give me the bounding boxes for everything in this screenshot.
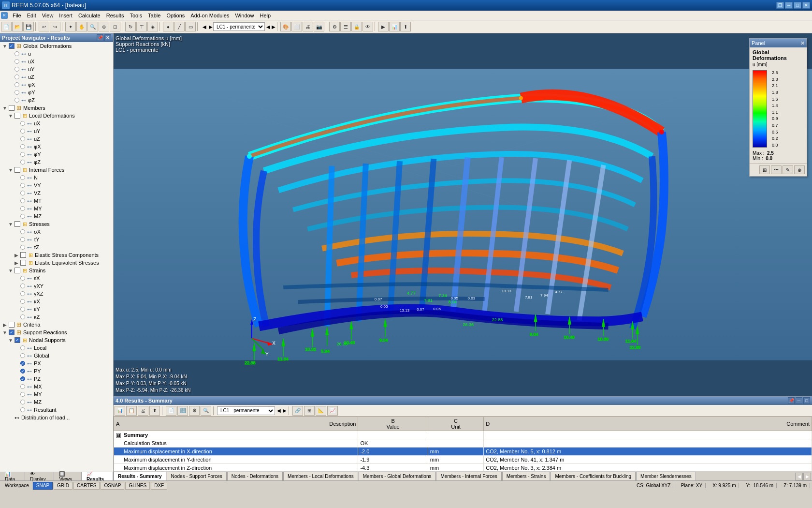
radio-m-uy[interactable] — [20, 129, 25, 134]
cb-stresses[interactable] — [14, 221, 20, 227]
toggle-elastic-stress[interactable]: ▶ — [14, 252, 19, 258]
color-panel-close[interactable]: ✕ — [800, 40, 805, 46]
table-row-summary[interactable]: ⊟ Summary — [114, 431, 812, 439]
tree-ux[interactable]: ⊷ uX — [0, 58, 113, 65]
cp-icon-search[interactable]: ⊕ — [794, 165, 805, 174]
tb-export[interactable]: ⬆ — [400, 22, 411, 31]
radio-uy[interactable] — [14, 67, 19, 72]
tree-Mx[interactable]: ⊷ MX — [0, 383, 113, 390]
tree-u[interactable]: ⊷ u — [0, 50, 113, 58]
toggle-global-def[interactable]: ▼ — [2, 43, 8, 49]
tree-strains[interactable]: ▼ ⊞ Strains — [0, 267, 113, 274]
radio-MT[interactable] — [20, 198, 25, 203]
load-case-combo[interactable]: LC1 - permanente — [213, 22, 265, 31]
rt-btn-8[interactable]: 🔍 — [201, 406, 211, 416]
radio-Vy[interactable] — [20, 183, 25, 188]
tree-Vy[interactable]: ⊷ VY — [0, 181, 113, 189]
tb-undo[interactable]: ↩ — [39, 22, 49, 31]
tree-elastic-stress[interactable]: ▶ ⊞ Elastic Stress Components — [0, 251, 113, 259]
tree-stresses[interactable]: ▼ ⊞ Stresses — [0, 220, 113, 228]
radio-m-phiy[interactable] — [20, 152, 25, 157]
tree-elastic-equiv[interactable]: ▶ ⊞ Elastic Equivalent Stresses — [0, 259, 113, 267]
cartes-btn[interactable]: CARTES — [73, 482, 100, 490]
tree-ex[interactable]: ⊷ εX — [0, 274, 113, 282]
cb-strains[interactable] — [14, 268, 20, 273]
cb-elastic-stress[interactable] — [20, 252, 26, 258]
tree-local-def[interactable]: ▼ ⊞ Local Deformations — [0, 112, 113, 120]
minimize-btn[interactable]: ─ — [785, 2, 793, 9]
toggle-elastic-equiv[interactable]: ▶ — [14, 260, 19, 266]
menu-file[interactable]: File — [10, 12, 24, 19]
radio-gxz[interactable] — [20, 291, 25, 296]
tree-Mz[interactable]: ⊷ MZ — [0, 212, 113, 220]
glines-btn[interactable]: GLINES — [125, 482, 150, 490]
radio-Mz3[interactable] — [20, 400, 25, 404]
rt-btn-2[interactable]: 📋 — [126, 406, 137, 416]
radio-phiy[interactable] — [14, 90, 19, 95]
radio-resultant[interactable] — [20, 407, 25, 412]
rt-btn-4[interactable]: ⬆ — [149, 406, 160, 416]
toggle-members[interactable]: ▼ — [2, 105, 8, 111]
tb-calc[interactable]: ▶ — [378, 22, 389, 31]
tb-save[interactable]: 💾 — [23, 22, 34, 31]
tree-m-uy[interactable]: ⊷ uY — [0, 127, 113, 135]
results-restore[interactable]: □ — [803, 397, 810, 404]
tree-uy[interactable]: ⊷ uY — [0, 65, 113, 73]
radio-Mz[interactable] — [20, 214, 25, 219]
cb-nodal-supports[interactable] — [14, 337, 20, 343]
radio-phix[interactable] — [14, 82, 19, 87]
toggle-support-reactions[interactable]: ▼ — [2, 329, 8, 335]
rt-btn-7[interactable]: ⚙ — [189, 406, 200, 416]
lc-next[interactable]: ▶ — [272, 24, 276, 30]
toggle-internal-forces[interactable]: ▼ — [8, 167, 14, 173]
tree-tauy[interactable]: ⊷ τY — [0, 236, 113, 243]
cb-criteria[interactable] — [9, 322, 14, 328]
radio-u[interactable] — [14, 51, 19, 56]
cb-global-def[interactable] — [9, 43, 14, 49]
cb-elastic-equiv[interactable] — [20, 260, 26, 266]
tree-members[interactable]: ▼ ⊞ Members — [0, 104, 113, 112]
tree-My3[interactable]: ⊷ MY — [0, 390, 113, 398]
tb-layers[interactable]: ☰ — [340, 22, 351, 31]
tb-screenshot[interactable]: 📷 — [314, 22, 324, 31]
tree-Px[interactable]: ⊷ PX — [0, 359, 113, 367]
radio-Mx[interactable] — [20, 384, 25, 389]
radio-ky[interactable] — [20, 307, 25, 312]
radio-My3[interactable] — [20, 392, 25, 397]
tab-nodes-support[interactable]: Nodes - Support Forces — [167, 472, 227, 480]
tb-redo[interactable]: ↪ — [50, 22, 60, 31]
radio-N[interactable] — [20, 175, 25, 180]
radio-phiz[interactable] — [14, 98, 19, 103]
snap-btn[interactable]: SNAP — [33, 482, 53, 490]
dxf-btn[interactable]: DXF — [151, 482, 167, 490]
radio-tauy[interactable] — [20, 237, 25, 242]
cp-icon-edit[interactable]: ✎ — [783, 165, 793, 174]
tb-pan[interactable]: ✋ — [76, 22, 87, 31]
menu-edit[interactable]: Edit — [24, 12, 39, 19]
res-lc-prev[interactable]: ◀ — [276, 408, 282, 413]
tree-ky[interactable]: ⊷ κY — [0, 305, 113, 313]
tab-members-buckling[interactable]: Members - Coefficients for Buckling — [551, 472, 636, 480]
radio-kz[interactable] — [20, 314, 25, 319]
tree-local[interactable]: ⊷ Local — [0, 344, 113, 352]
nav-close[interactable]: ✕ — [104, 34, 111, 41]
tree-sigx[interactable]: ⊷ σX — [0, 228, 113, 236]
cp-icon-grid[interactable]: ⊞ — [759, 165, 770, 174]
tree-m-phiz[interactable]: ⊷ φZ — [0, 158, 113, 166]
radio-ex[interactable] — [20, 276, 25, 281]
cp-icon-wave[interactable]: 〜 — [771, 165, 782, 174]
tb-filter[interactable]: ⚙ — [329, 22, 340, 31]
nav-tab-display[interactable]: 👁 Display — [25, 472, 54, 480]
tree-nodal-supports[interactable]: ▼ ⊞ Nodal Supports — [0, 336, 113, 344]
radio-local[interactable] — [20, 345, 25, 350]
radio-Vz[interactable] — [20, 191, 25, 195]
menu-options[interactable]: Options — [163, 12, 188, 19]
tree-phiz[interactable]: ⊷ φZ — [0, 96, 113, 104]
tree-resultant[interactable]: ⊷ Resultant — [0, 406, 113, 414]
tree-global-deformations[interactable]: ▼ ⊞ Global Deformations — [0, 42, 113, 50]
cb-internal-forces[interactable] — [14, 167, 20, 173]
tab-results-summary[interactable]: Results - Summary — [114, 472, 166, 480]
tb-display[interactable]: 👁 — [362, 22, 373, 31]
tab-members-internal[interactable]: Members - Internal Forces — [436, 472, 501, 480]
cb-local-def[interactable] — [14, 113, 20, 119]
